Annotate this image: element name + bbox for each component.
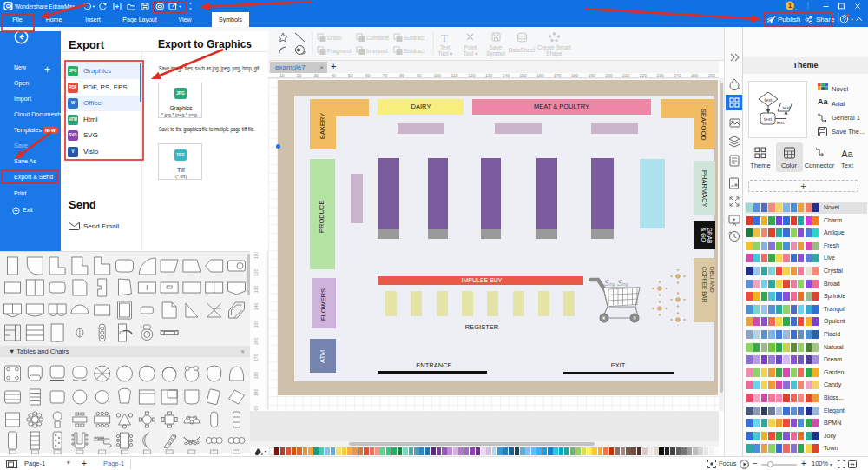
svg-text:Aa: Aa <box>841 149 853 159</box>
svg-text:Share: Share <box>816 16 835 23</box>
svg-text:Aa: Aa <box>818 97 828 106</box>
svg-text:?: ? <box>842 16 845 23</box>
svg-text:text: text <box>783 105 791 110</box>
svg-text:T: T <box>441 31 448 44</box>
svg-text:1: 1 <box>788 2 792 10</box>
svg-text:Sing Sing: Sing Sing <box>604 277 628 288</box>
svg-text:text: text <box>765 97 773 103</box>
svg-text:Publish: Publish <box>778 16 800 23</box>
svg-text:text: text <box>764 116 772 122</box>
svg-text:text: text <box>777 120 785 125</box>
